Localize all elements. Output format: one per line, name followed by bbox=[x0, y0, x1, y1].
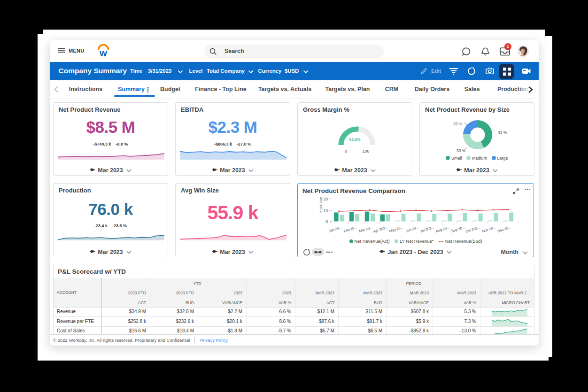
svg-text:Oct 202...: Oct 202... bbox=[465, 225, 481, 234]
svg-text:w: w bbox=[99, 48, 107, 58]
svg-text:Jun 20...: Jun 20... bbox=[405, 225, 419, 233]
svg-text:Jul 202...: Jul 202... bbox=[420, 225, 435, 233]
svg-text:20: 20 bbox=[324, 197, 328, 201]
svg-text:Jan 20...: Jan 20... bbox=[328, 225, 342, 233]
svg-text:Feb 20...: Feb 20... bbox=[343, 225, 357, 233]
svg-text:Mar 20...: Mar 20... bbox=[358, 225, 373, 233]
svg-text:Dec 20...: Dec 20... bbox=[497, 225, 511, 233]
svg-text:0: 0 bbox=[325, 219, 328, 224]
svg-text:5,000,000: 5,000,000 bbox=[319, 197, 323, 212]
svg-text:Aug 20...: Aug 20... bbox=[435, 225, 450, 233]
svg-text:May 20...: May 20... bbox=[389, 225, 404, 233]
svg-text:Nov 20...: Nov 20... bbox=[481, 225, 496, 233]
svg-text:10: 10 bbox=[324, 208, 328, 213]
svg-text:Sep 20...: Sep 20... bbox=[451, 225, 465, 233]
svg-text:Apr 202...: Apr 202... bbox=[372, 225, 388, 234]
